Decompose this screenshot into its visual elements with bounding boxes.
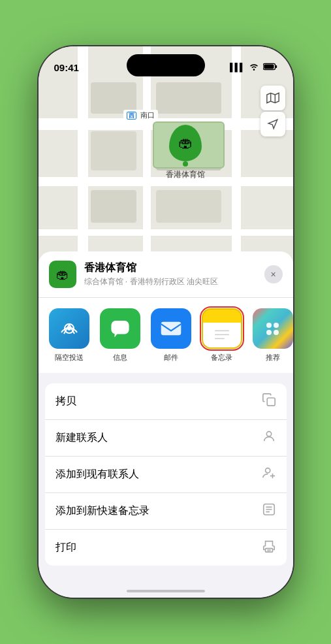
share-item-notes[interactable]: 备忘录 (199, 308, 245, 362)
svg-rect-5 (111, 321, 129, 334)
share-row: 隔空投送 信息 (39, 298, 293, 378)
svg-rect-8 (211, 325, 233, 342)
print-icon (262, 539, 276, 556)
map-block (156, 82, 221, 114)
action-copy[interactable]: 拷贝 (45, 383, 287, 420)
phone-frame: 09:41 ▌▌▌ (39, 46, 293, 598)
new-contact-label: 新建联系人 (55, 431, 108, 445)
signal-icon: ▌▌▌ (230, 63, 245, 72)
location-button[interactable] (260, 112, 285, 137)
person-icon (262, 429, 276, 447)
copy-icon (262, 393, 276, 410)
mail-label: 邮件 (164, 353, 178, 362)
location-name: 香港体育馆 (84, 261, 257, 275)
share-item-mail[interactable]: 邮件 (148, 308, 194, 362)
phone-screen: 09:41 ▌▌▌ (39, 46, 293, 598)
location-subtitle: 综合体育馆 · 香港特别行政区 油尖旺区 (84, 276, 257, 287)
svg-point-13 (266, 432, 271, 436)
stadium-icon: 🏟 (178, 135, 193, 152)
status-time: 09:41 (54, 62, 79, 73)
map-block (91, 131, 136, 170)
airdrop-icon (49, 308, 89, 349)
person-add-icon (262, 466, 276, 483)
wifi-icon (249, 63, 259, 72)
share-item-airdrop[interactable]: 隔空投送 (46, 308, 92, 362)
more-label: 推荐 (266, 353, 280, 362)
action-add-contact[interactable]: 添加到现有联系人 (45, 457, 287, 493)
notes-label: 备忘录 (211, 353, 232, 362)
mail-icon (151, 308, 191, 349)
map-controls (260, 86, 285, 137)
map-block (156, 190, 221, 223)
close-button[interactable]: × (264, 265, 283, 283)
action-print[interactable]: 打印 (45, 530, 287, 566)
map-type-button[interactable] (260, 86, 285, 110)
message-label: 信息 (113, 353, 127, 362)
marker-pin: 🏟 (169, 125, 202, 161)
notes-icon (202, 308, 242, 349)
action-quick-note[interactable]: 添加到新快速备忘录 (45, 493, 287, 530)
svg-rect-7 (161, 322, 181, 335)
location-venue-icon: 🏟 (49, 261, 76, 288)
status-icons: ▌▌▌ (230, 63, 277, 72)
map-marker[interactable]: 🏟 香港体育馆 (166, 125, 205, 180)
south-entrance-label: 西 南口 (123, 110, 158, 121)
dynamic-island (127, 54, 205, 76)
more-apps-icon (253, 308, 293, 349)
home-indicator (127, 590, 205, 592)
action-new-contact[interactable]: 新建联系人 (45, 420, 287, 457)
share-item-more[interactable]: 推荐 (250, 308, 293, 362)
road-h3 (39, 229, 293, 236)
share-item-message[interactable]: 信息 (97, 308, 143, 362)
svg-rect-1 (276, 65, 277, 67)
copy-label: 拷贝 (55, 394, 76, 408)
message-icon (100, 308, 140, 349)
marker-label: 香港体育馆 (166, 169, 205, 180)
svg-point-14 (265, 468, 270, 473)
note-icon (262, 502, 276, 520)
airdrop-label: 隔空投送 (55, 353, 84, 362)
quick-note-label: 添加到新快速备忘录 (55, 504, 150, 518)
map-block (91, 190, 136, 223)
svg-rect-12 (267, 398, 275, 406)
add-contact-label: 添加到现有联系人 (55, 468, 139, 481)
location-info: 香港体育馆 综合体育馆 · 香港特别行政区 油尖旺区 (84, 261, 257, 287)
map-block (91, 82, 136, 114)
action-list: 拷贝 新建联系人 (45, 383, 287, 566)
location-header: 🏟 香港体育馆 综合体育馆 · 香港特别行政区 油尖旺区 × (39, 251, 293, 298)
print-label: 打印 (55, 541, 76, 555)
bottom-sheet: 🏟 香港体育馆 综合体育馆 · 香港特别行政区 油尖旺区 × (39, 251, 293, 598)
battery-icon (263, 63, 277, 72)
svg-rect-2 (264, 64, 274, 69)
